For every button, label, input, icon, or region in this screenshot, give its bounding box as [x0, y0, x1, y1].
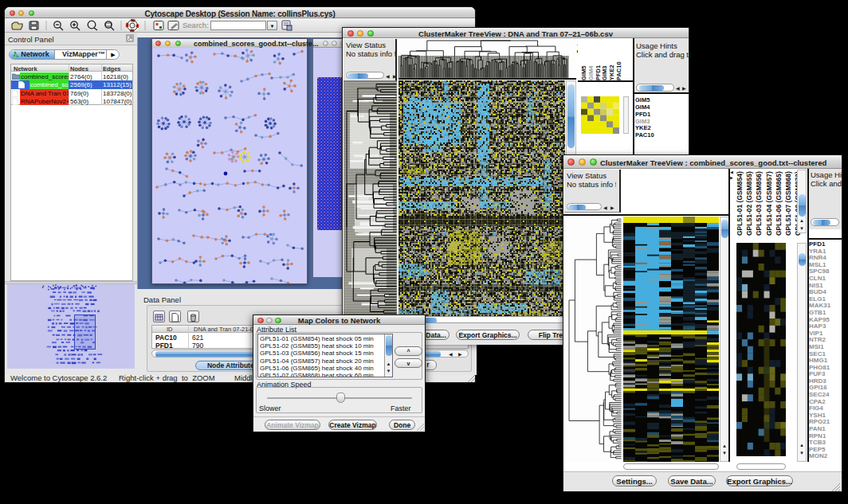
- svg-text:Search:: Search:: [183, 21, 209, 29]
